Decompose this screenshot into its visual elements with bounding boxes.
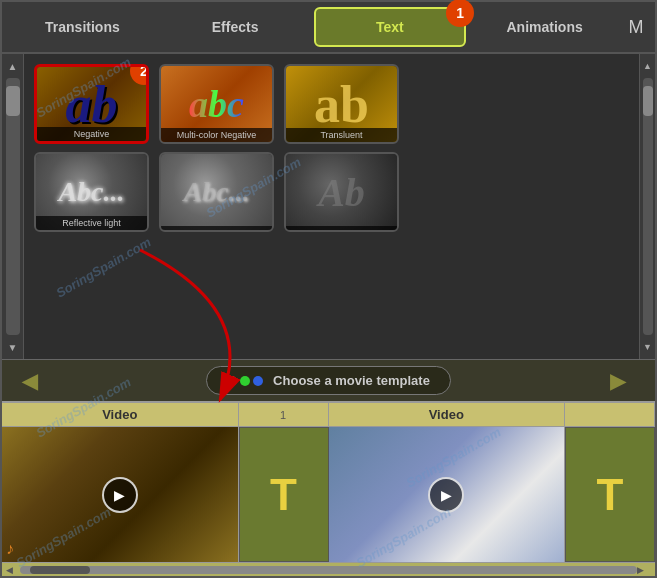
play-button-1[interactable]: ▶ [102, 477, 138, 513]
effect-tile-dark1[interactable]: Ab [284, 152, 399, 232]
scroll-track [6, 78, 20, 335]
effects-row-2: Abc... Reflective light Abc... Ab [34, 152, 629, 232]
tile-label-transluent: Transluent [286, 128, 397, 142]
scroll-left-arrow[interactable]: ◀ [6, 565, 20, 575]
effects-row-1: ab Negative 2 abc Multi-color Negative [34, 64, 629, 144]
dot-red [227, 376, 237, 386]
template-arrow-right[interactable]: ▶ [610, 369, 625, 393]
effect-tile-reflective[interactable]: Abc... Reflective light [34, 152, 149, 232]
tile-image-grey1: Abc... [161, 154, 272, 230]
timeline-cell-1: ▶ ♪ [2, 427, 239, 562]
template-arrow-left[interactable]: ◀ [22, 369, 37, 393]
template-bar-wrapper: ◀ Choose a movie template ▶ [2, 359, 655, 401]
effect-tile-grey1[interactable]: Abc... [159, 152, 274, 232]
h-scroll-track [20, 566, 637, 574]
timeline-cell-2: ▶ [329, 427, 566, 562]
music-icon: ♪ [6, 540, 14, 558]
right-scrollbar[interactable]: ▲ ▼ [639, 54, 655, 359]
video-thumb-2: ▶ [329, 427, 565, 562]
scroll-up-arrow[interactable]: ▲ [5, 58, 21, 74]
timeline-spacer [565, 403, 655, 426]
main-container: Transitions Effects Text 1 Animations M … [0, 0, 657, 578]
timeline-content: ▶ ♪ T ▶ T [2, 427, 655, 562]
right-scroll-down[interactable]: ▼ [640, 339, 656, 355]
effect-tile-transluent[interactable]: ab Transluent [284, 64, 399, 144]
timeline-section-1: Video [2, 403, 239, 426]
dot-green [240, 376, 250, 386]
timeline-section-2: Video [329, 403, 566, 426]
template-label: Choose a movie template [273, 373, 430, 388]
tab-more[interactable]: M [621, 7, 651, 47]
template-bar[interactable]: Choose a movie template [206, 366, 451, 395]
timeline-header: Video 1 Video [2, 403, 655, 427]
t-tile-1: T [239, 427, 329, 562]
left-scrollbar[interactable]: ▲ ▼ [2, 54, 24, 359]
play-button-2[interactable]: ▶ [428, 477, 464, 513]
tile-label-dark1 [286, 226, 397, 230]
right-scroll-up[interactable]: ▲ [640, 58, 656, 74]
h-scroll-thumb [30, 566, 90, 574]
effect-tile-multicolor[interactable]: abc Multi-color Negative [159, 64, 274, 144]
scroll-right-arrow[interactable]: ▶ [637, 565, 651, 575]
tile-label-multicolor: Multi-color Negative [161, 128, 272, 142]
tab-bar: Transitions Effects Text 1 Animations M [2, 2, 655, 54]
tile-label-negative: Negative [37, 127, 146, 141]
tab-text[interactable]: Text 1 [314, 7, 467, 47]
video-thumb-1: ▶ ♪ [2, 427, 238, 562]
right-scroll-thumb [643, 86, 653, 116]
timeline-area: Video 1 Video ▶ ♪ [2, 401, 655, 576]
scroll-thumb [6, 86, 20, 116]
tile-label-reflective: Reflective light [36, 216, 147, 230]
tab-animations[interactable]: Animations [470, 7, 619, 47]
timeline-number: 1 [239, 403, 329, 426]
content-area: ▲ ▼ ab Negative 2 [2, 54, 655, 359]
dot-blue [253, 376, 263, 386]
tile-label-grey1 [161, 226, 272, 230]
tab-transitions[interactable]: Transitions [8, 7, 157, 47]
tab-effects[interactable]: Effects [161, 7, 310, 47]
scroll-down-arrow[interactable]: ▼ [5, 339, 21, 355]
right-scroll-track [643, 78, 653, 335]
bottom-scrollbar[interactable]: ◀ ▶ [2, 562, 655, 576]
template-dots [227, 376, 263, 386]
effects-grid: ab Negative 2 abc Multi-color Negative [24, 54, 639, 359]
t-tile-2: T [565, 427, 655, 562]
tile-image-dark1: Ab [286, 154, 397, 230]
effect-tile-negative[interactable]: ab Negative 2 [34, 64, 149, 144]
